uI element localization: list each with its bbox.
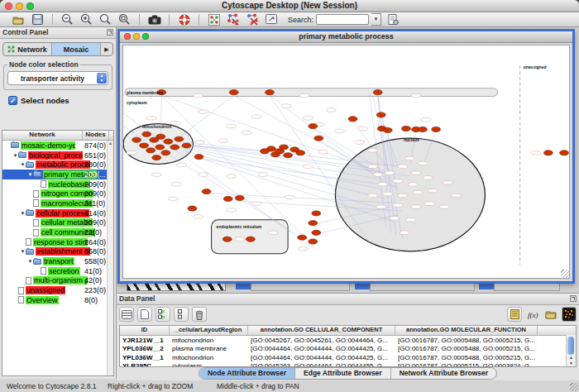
network-node-selected[interactable] [156,145,165,150]
network-node-label[interactable] [326,108,336,112]
save-session-icon[interactable] [31,13,45,26]
network-node-label[interactable] [227,174,237,179]
table-cell[interactable]: [GO:0044464, GO:0044444, GO:0044425, G..… [248,345,395,352]
network-node-label[interactable] [411,171,421,175]
tree-row[interactable]: ▼metabolic process280(0) [2,160,108,170]
network-node-label[interactable] [424,202,434,206]
network-window-titlebar[interactable]: primary metabolic process [120,31,572,43]
snapshot-camera-icon[interactable] [147,13,161,26]
network-node-selected[interactable] [376,112,385,117]
table-column-header[interactable]: annotation.GO MOLECULAR_FUNCTION [395,326,538,335]
tree-row[interactable]: ▼cellular process614(0) [2,208,108,218]
expander-icon[interactable]: ▼ [27,259,33,264]
network-node-selected[interactable] [194,155,203,160]
zoom-fit-icon[interactable] [98,13,112,26]
network-node-label[interactable] [171,182,181,186]
tree-column-nodes[interactable]: Nodes [83,131,109,140]
network-node-label[interactable] [299,93,309,98]
network-node-selected[interactable] [202,189,211,194]
network-node-selected[interactable] [312,230,321,235]
table-cell[interactable]: mitochondrion [170,354,248,361]
network-node-label[interactable] [303,116,313,120]
tree-row[interactable]: secretion41(0) [2,266,108,276]
network-node-selected[interactable] [309,221,318,226]
network-node-label[interactable] [285,195,294,199]
node-color-select[interactable]: transporter activity ▲▼ [7,71,108,85]
tree-row[interactable]: mosaic-demo-yeast874(0) [2,141,108,151]
network-node-label[interactable] [303,165,313,169]
unselect-attributes-icon[interactable] [174,307,189,322]
table-cell[interactable]: [GO:0045267, GO:0045261, GO:0044464, G..… [248,337,395,344]
network-node-selected[interactable] [373,90,382,95]
expander-icon[interactable]: ▼ [27,172,33,177]
network-node-label[interactable] [146,116,156,120]
network-node-label[interactable] [531,151,541,155]
network-node-label[interactable] [408,182,418,186]
expander-icon[interactable]: ▼ [20,162,26,167]
network-node-label[interactable] [383,192,393,196]
network-node-selected[interactable] [182,143,191,148]
network-node-label[interactable] [194,141,204,145]
network-node-label[interactable] [170,121,179,125]
network-node-label[interactable] [398,165,408,169]
app-titlebar[interactable]: Cytoscape Desktop (New Session) [0,0,579,12]
network-node-selected[interactable] [383,127,392,132]
network-node-label[interactable] [199,110,208,114]
create-view-icon[interactable] [226,13,240,26]
network-node-label[interactable] [385,171,395,175]
network-node-selected[interactable] [235,195,244,200]
network-node-label[interactable] [418,161,428,165]
search-input[interactable] [316,14,369,25]
network-node-selected[interactable] [314,136,323,141]
scrollbar-thumb[interactable] [567,337,574,355]
network-node-selected[interactable] [132,137,141,142]
network-node-label[interactable] [400,231,409,235]
network-node-label[interactable] [193,215,203,219]
network-node-label[interactable] [368,165,378,169]
table-cell[interactable]: [GO:0016787, GO:0005488, GO:0005215, G..… [395,354,538,361]
app-resize-grip[interactable] [570,383,578,391]
network-node-label[interactable] [281,104,291,108]
control-panel-header[interactable]: Control Panel [0,27,116,39]
network-node-label[interactable] [227,208,237,213]
network-node-selected[interactable] [146,148,156,153]
tree-row[interactable]: ▼primary metabo209(... [2,170,108,179]
zoom-in-icon[interactable] [79,13,93,26]
tab-edge-attribute-browser[interactable]: Edge Attribute Browser [295,368,391,379]
window-resize-grip[interactable] [561,270,569,278]
table-cell[interactable]: [GO:0016787, GO:0005488, GO:0005215, G..… [395,345,538,352]
tabs-overflow-arrow[interactable]: ▶ [101,43,112,55]
network-node-label[interactable] [393,203,403,208]
notepad-icon[interactable] [507,307,522,322]
open-file-icon[interactable] [12,13,26,26]
network-node-selected[interactable] [267,146,276,151]
new-attribute-icon[interactable] [137,307,152,322]
network-node-label[interactable] [423,176,433,180]
tab-node-attribute-browser[interactable]: Node Attribute Browser [199,368,295,379]
network-edge[interactable] [175,95,233,141]
network-node-label[interactable] [199,173,208,177]
network-node-selected[interactable] [560,151,569,155]
network-node-selected[interactable] [266,90,275,95]
expander-icon[interactable]: ▼ [20,249,26,254]
network-node-selected[interactable] [280,145,289,150]
network-node-label[interactable] [393,179,403,184]
network-node-selected[interactable] [161,151,170,155]
network-node-label[interactable] [390,216,400,220]
tree-row[interactable]: ▼establishment of lo558(0) [2,247,108,257]
zoom-selected-icon[interactable] [117,13,132,26]
select-nodes-checkbox[interactable]: ✓ [8,96,17,105]
tab-mosaic[interactable]: Mosaic [52,43,101,55]
network-node-label[interactable] [251,115,261,119]
annotation-icon[interactable] [264,13,278,26]
network-node-selected[interactable] [298,235,307,240]
network-node-label[interactable] [376,205,386,209]
network-node-selected[interactable] [309,239,318,244]
network-node-selected[interactable] [296,151,305,155]
table-column-header[interactable]: ID [120,326,170,335]
network-node-label[interactable] [443,181,452,185]
tree-scrollbar[interactable]: ▲ [107,141,113,375]
search-dropdown-icon[interactable]: ▼ [371,13,381,26]
table-row[interactable]: YPL036W__2plasma membrane[GO:0044464, GO… [120,345,576,354]
table-row[interactable]: YJR121W__1mitochondrion[GO:0045267, GO:0… [120,336,576,345]
